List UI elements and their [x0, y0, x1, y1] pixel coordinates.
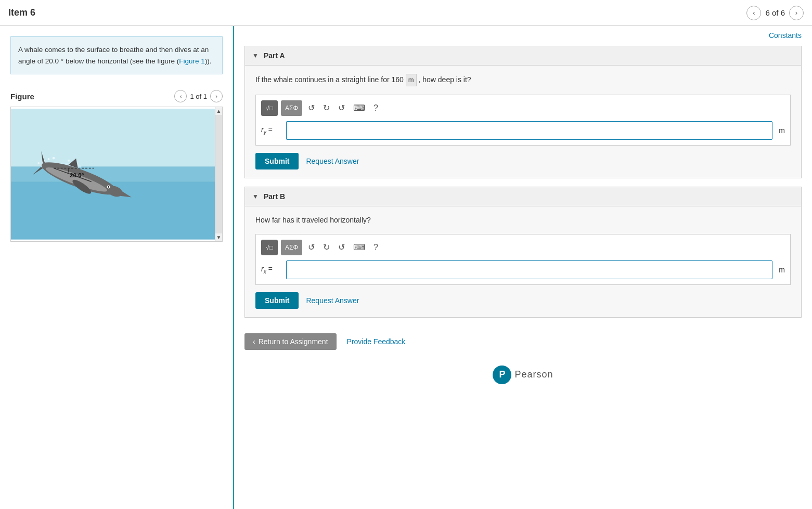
pearson-logo: P Pearson [493, 366, 553, 384]
figure-navigation: ‹ 1 of 1 › [174, 90, 223, 102]
part-a-input-row: ry = m [261, 121, 785, 140]
figure-header: Figure ‹ 1 of 1 › [10, 90, 223, 102]
left-panel: A whale comes to the surface to breathe … [0, 26, 234, 509]
part-b-action-row: Submit Request Answer [255, 292, 791, 309]
part-b-unit: m [779, 266, 785, 274]
part-a-body: If the whale continues in a straight lin… [245, 66, 801, 178]
part-b-request-answer-link[interactable]: Request Answer [306, 296, 359, 305]
part-b-answer-input[interactable] [286, 260, 772, 279]
part-b-submit-button[interactable]: Submit [255, 292, 299, 309]
part-b-collapse-icon[interactable]: ▼ [252, 193, 259, 200]
figure-image-container: 20.0° ▲ ▼ [10, 107, 223, 242]
figure-image: 20.0° [11, 107, 222, 241]
svg-point-8 [37, 162, 40, 164]
page-header: Item 6 ‹ 6 of 6 › [0, 0, 812, 26]
part-b-reset-button[interactable]: ↺ [336, 241, 347, 254]
scroll-down-arrow[interactable]: ▼ [215, 234, 222, 240]
pearson-name: Pearson [514, 369, 553, 380]
part-a-greek-button[interactable]: AΣΦ [281, 100, 302, 116]
figure-link[interactable]: Figure 1 [179, 57, 205, 65]
part-a-action-row: Submit Request Answer [255, 153, 791, 169]
svg-point-9 [68, 160, 70, 162]
navigation-controls: ‹ 6 of 6 › [746, 6, 804, 20]
return-label: Return to Assignment [259, 337, 328, 346]
part-a-question-text: If the whale continues in a straight lin… [255, 75, 406, 84]
pearson-footer: P Pearson [244, 366, 802, 389]
part-a-section: ▼ Part A If the whale continues in a str… [244, 46, 802, 178]
part-a-request-answer-link[interactable]: Request Answer [306, 157, 359, 165]
figure-prev-button[interactable]: ‹ [174, 90, 187, 102]
part-a-collapse-icon[interactable]: ▼ [252, 52, 259, 59]
part-a-math-label: ry = [261, 125, 282, 135]
part-b-keyboard-button[interactable]: ⌨ [351, 241, 368, 254]
part-b-radical-button[interactable]: √□ [261, 240, 278, 255]
constants-link[interactable]: Constants [769, 31, 802, 40]
part-a-keyboard-button[interactable]: ⌨ [351, 101, 368, 114]
svg-rect-2 [11, 167, 222, 182]
part-b-label: Part B [264, 192, 285, 201]
part-a-question: If the whale continues in a straight lin… [255, 74, 791, 86]
return-icon: ‹ [253, 337, 255, 346]
main-layout: A whale comes to the surface to breathe … [0, 26, 812, 509]
prev-item-button[interactable]: ‹ [746, 6, 761, 20]
right-panel: Constants ▼ Part A If the whale continue… [234, 26, 812, 509]
part-a-unit: m [779, 126, 785, 135]
part-b-section: ▼ Part B How far has it traveled horizon… [244, 187, 802, 318]
part-b-math-label: rx = [261, 265, 282, 275]
part-b-question: How far has it traveled horizontally? [255, 215, 791, 226]
next-item-button[interactable]: › [789, 6, 804, 20]
return-to-assignment-button[interactable]: ‹ Return to Assignment [244, 333, 337, 350]
part-b-input-row: rx = m [261, 260, 785, 279]
part-a-reset-button[interactable]: ↺ [336, 101, 347, 114]
part-b-body: How far has it traveled horizontally? √□… [245, 206, 801, 317]
part-b-question-text: How far has it traveled horizontally? [255, 216, 371, 224]
pearson-icon: P [493, 366, 511, 384]
part-a-unit-highlight: m [406, 74, 417, 86]
figure-count: 1 of 1 [190, 93, 207, 100]
part-a-math-input-box: √□ AΣΦ ↺ ↻ ↺ ⌨ ? ry = m [255, 95, 791, 146]
part-b-header: ▼ Part B [245, 187, 801, 206]
item-count: 6 of 6 [765, 8, 785, 17]
part-a-label: Part A [264, 51, 285, 60]
part-b-math-input-box: √□ AΣΦ ↺ ↻ ↺ ⌨ ? rx = m [255, 234, 791, 285]
question-text: A whale comes to the surface to breathe … [18, 46, 212, 65]
figure-section: Figure ‹ 1 of 1 › [10, 90, 223, 242]
provide-feedback-link[interactable]: Provide Feedback [347, 337, 406, 346]
figure-next-button[interactable]: › [210, 90, 223, 102]
question-text-box: A whale comes to the surface to breathe … [10, 36, 223, 74]
page-title: Item 6 [8, 7, 35, 18]
scroll-up-arrow[interactable]: ▲ [215, 108, 222, 114]
part-a-redo-button[interactable]: ↻ [320, 101, 332, 114]
part-a-question-end: , how deep is it? [417, 75, 471, 84]
part-b-redo-button[interactable]: ↻ [320, 241, 332, 254]
part-a-toolbar: √□ AΣΦ ↺ ↻ ↺ ⌨ ? [261, 100, 785, 116]
svg-point-6 [48, 158, 50, 160]
part-a-header: ▼ Part A [245, 46, 801, 66]
figure-scrollbar[interactable]: ▲ ▼ [215, 107, 222, 241]
part-b-greek-button[interactable]: AΣΦ [281, 240, 302, 255]
part-a-undo-button[interactable]: ↺ [305, 101, 317, 114]
part-a-submit-button[interactable]: Submit [255, 153, 299, 169]
svg-text:20.0°: 20.0° [70, 172, 84, 178]
svg-point-7 [53, 157, 55, 160]
part-b-toolbar: √□ AΣΦ ↺ ↻ ↺ ⌨ ? [261, 240, 785, 255]
part-b-help-button[interactable]: ? [371, 241, 381, 254]
part-a-answer-input[interactable] [286, 121, 772, 140]
scroll-track [215, 115, 222, 233]
part-b-undo-button[interactable]: ↺ [305, 241, 317, 254]
part-a-radical-button[interactable]: √□ [261, 100, 278, 116]
bottom-actions: ‹ Return to Assignment Provide Feedback [244, 328, 802, 355]
constants-section: Constants [244, 31, 802, 40]
figure-title: Figure [10, 92, 34, 101]
part-a-help-button[interactable]: ? [371, 102, 381, 114]
